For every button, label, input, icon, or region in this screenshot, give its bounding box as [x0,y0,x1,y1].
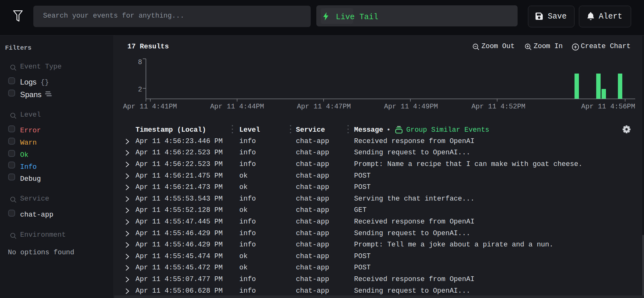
svg-text:2: 2 [138,86,142,94]
svg-text:Apr 11 4:56PM: Apr 11 4:56PM [581,103,635,111]
svg-text:Apr 11 4:52PM: Apr 11 4:52PM [471,103,525,111]
svg-text:Apr 11 4:49PM: Apr 11 4:49PM [384,103,438,111]
svg-text:8: 8 [138,58,142,66]
svg-text:Apr 11 4:41PM: Apr 11 4:41PM [123,103,177,111]
svg-text:Apr 11 4:47PM: Apr 11 4:47PM [297,103,351,111]
svg-text:Apr 11 4:44PM: Apr 11 4:44PM [210,103,264,111]
